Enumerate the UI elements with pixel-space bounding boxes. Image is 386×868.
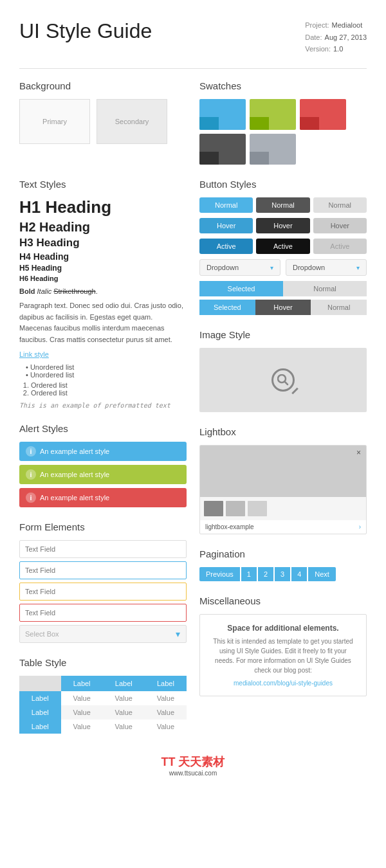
- select-wrapper[interactable]: Select Box ▾: [19, 625, 187, 643]
- table-cell: Value: [103, 691, 145, 705]
- table-cell: Value: [145, 705, 187, 719]
- btn-active-light[interactable]: Active: [313, 239, 367, 254]
- dropdown-row: Dropdown ▾ Dropdown ▾: [199, 259, 367, 276]
- misc-body: This kit is intended as template to get …: [209, 637, 357, 675]
- pagination-title: Pagination: [199, 548, 367, 559]
- date-value: Aug 27, 2013: [325, 33, 367, 41]
- dropdown-2-label: Dropdown: [293, 264, 325, 271]
- alert-text-3: An example alert style: [40, 494, 109, 502]
- tab-selected-1[interactable]: Selected: [199, 281, 283, 296]
- image-style-title: Image Style: [199, 329, 367, 340]
- watermark-url: www.ttsucai.com: [26, 770, 360, 777]
- btn-active-row: Active Active Active: [199, 239, 367, 254]
- alert-icon-1: i: [26, 446, 36, 457]
- dropdown-2[interactable]: Dropdown ▾: [286, 259, 367, 276]
- list-item-2: Unordered list: [26, 371, 187, 379]
- image-style-section: Image Style: [199, 329, 367, 412]
- watermark-brand: TT 天天素材: [26, 754, 360, 770]
- btn-hover-blue[interactable]: Hover: [199, 218, 253, 233]
- alert-styles-title: Alert Styles: [19, 423, 187, 434]
- pagination-prev[interactable]: Previous: [199, 567, 240, 581]
- lightbox-chevron-icon[interactable]: ›: [359, 523, 361, 530]
- alert-blue: i An example alert style: [19, 442, 187, 461]
- version-label: Version:: [305, 45, 331, 53]
- table-row-label-3: Label: [19, 719, 61, 734]
- project-label: Project:: [305, 21, 329, 29]
- pagination-next[interactable]: Next: [308, 567, 336, 581]
- table-cell: Value: [145, 719, 187, 734]
- btn-normal-blue[interactable]: Normal: [199, 197, 253, 213]
- unordered-list: Unordered list Unordered list: [19, 363, 187, 379]
- page-header: UI Style Guide Project:Medialoot Date:Au…: [19, 19, 367, 55]
- lightbox-main: ×: [200, 446, 366, 497]
- table-row: Label Value Value Value: [19, 691, 187, 705]
- lightbox-nav: lightbox-example ›: [200, 520, 366, 534]
- lightbox-thumb-1[interactable]: [204, 501, 223, 516]
- pagination-3[interactable]: 3: [275, 567, 290, 581]
- search-svg: [277, 374, 289, 386]
- text-field-4[interactable]: [19, 604, 187, 622]
- text-field-2[interactable]: [19, 561, 187, 579]
- header-meta: Project:Medialoot Date:Aug 27, 2013 Vers…: [305, 19, 367, 55]
- lightbox-thumb-3[interactable]: [248, 501, 267, 516]
- pagination-1[interactable]: 1: [241, 567, 257, 581]
- table-cell: Value: [103, 719, 145, 734]
- h1-heading: H1 Heading: [19, 197, 187, 217]
- btn-hover-dark[interactable]: Hover: [256, 218, 309, 233]
- tab2-normal[interactable]: Normal: [311, 300, 367, 315]
- h3-heading: H3 Heading: [19, 237, 187, 249]
- inline-styles: Bold Italic Strikethrough.: [19, 287, 187, 295]
- swatches-section: Swatches: [199, 80, 367, 165]
- table-header-label-3: Label: [145, 676, 187, 691]
- svg-line-1: [285, 382, 288, 385]
- tab-row-1: Selected Normal: [199, 281, 367, 296]
- background-section: Background Primary Secondary: [19, 80, 187, 144]
- table-row-label-2: Label: [19, 705, 61, 719]
- text-styles-section: Text Styles H1 Heading H2 Heading H3 Hea…: [19, 179, 187, 409]
- btn-normal-light[interactable]: Normal: [313, 197, 367, 213]
- swatches-row-1: [199, 99, 367, 130]
- list-item-1: Unordered list: [26, 363, 187, 371]
- watermark: TT 天天素材 www.ttsucai.com: [19, 748, 367, 783]
- swatch-green: [250, 99, 296, 130]
- table-cell: Value: [103, 705, 145, 719]
- table-cell: Value: [61, 705, 103, 719]
- pagination-bar: Previous 1 2 3 4 Next: [199, 567, 367, 581]
- btn-active-dark[interactable]: Active: [256, 239, 309, 254]
- form-elements-title: Form Elements: [19, 521, 187, 532]
- table-header-label-1: Label: [61, 676, 103, 691]
- project-value: Medialoot: [332, 21, 363, 29]
- link-style[interactable]: Link style: [19, 350, 187, 358]
- tab-normal-1[interactable]: Normal: [283, 281, 367, 296]
- text-styles-title: Text Styles: [19, 179, 187, 190]
- alert-styles-section: Alert Styles i An example alert style i …: [19, 423, 187, 507]
- btn-hover-light[interactable]: Hover: [313, 218, 367, 233]
- btn-normal-dark[interactable]: Normal: [256, 197, 309, 213]
- button-styles-section: Button Styles Normal Normal Normal Hover…: [199, 179, 367, 315]
- text-field-3[interactable]: [19, 583, 187, 601]
- tab2-selected[interactable]: Selected: [199, 300, 255, 315]
- pagination-4[interactable]: 4: [291, 567, 307, 581]
- secondary-bg-box: Secondary: [96, 99, 167, 144]
- h5-heading: H5 Heading: [19, 264, 187, 273]
- table-row: Label Value Value Value: [19, 705, 187, 719]
- dropdown-1[interactable]: Dropdown ▾: [199, 259, 280, 276]
- text-field-1[interactable]: [19, 540, 187, 558]
- pagination-2[interactable]: 2: [258, 567, 273, 581]
- select-box[interactable]: Select Box: [19, 625, 187, 643]
- h2-heading: H2 Heading: [19, 220, 187, 235]
- alert-text-1: An example alert style: [40, 448, 109, 455]
- h6-heading: H6 Heading: [19, 275, 187, 282]
- alert-icon-2: i: [26, 469, 36, 480]
- search-icon: [271, 368, 295, 392]
- lightbox-thumb-2[interactable]: [226, 501, 245, 516]
- table-header-row: Label Label Label: [19, 676, 187, 691]
- btn-active-blue[interactable]: Active: [199, 239, 253, 254]
- background-title: Background: [19, 80, 187, 91]
- misc-link[interactable]: medialoot.com/blog/ui-style-guides: [234, 680, 333, 687]
- tab2-hover[interactable]: Hover: [255, 300, 311, 315]
- lightbox-close-button[interactable]: ×: [356, 448, 361, 457]
- preformatted-text: This is an example of preformatted text: [19, 402, 187, 409]
- paragraph-text: Paragraph text. Donec sed odio dui. Cras…: [19, 300, 187, 345]
- swatches-row-2: [199, 134, 367, 165]
